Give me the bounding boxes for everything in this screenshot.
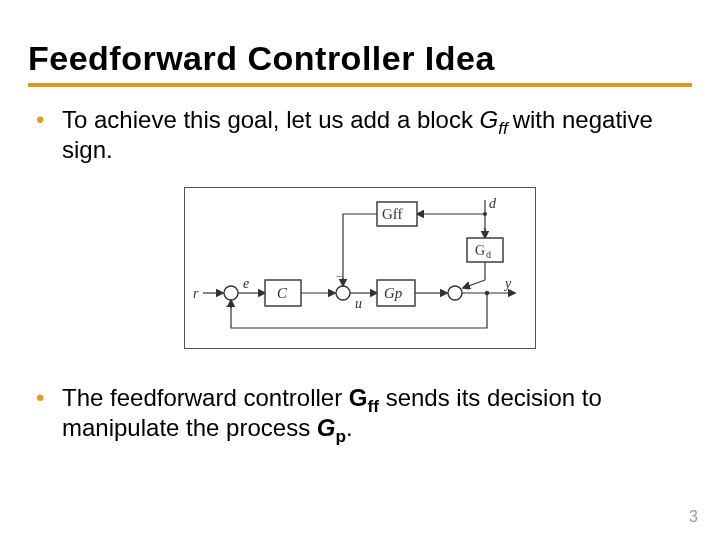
bullet2-gp-sub: p bbox=[335, 426, 346, 446]
label-r: r bbox=[193, 286, 199, 301]
bullet1-text-a: To achieve this goal, let us add a block bbox=[62, 106, 480, 133]
label-d: d bbox=[489, 196, 497, 211]
sum-u bbox=[336, 286, 350, 300]
minus-u: − bbox=[336, 269, 343, 283]
bullet1-gff-sub: ff bbox=[498, 118, 512, 138]
page-title: Feedforward Controller Idea bbox=[28, 40, 692, 77]
diagram-container: r − e C − u Gp bbox=[28, 187, 692, 349]
bullet1-gff: G bbox=[480, 106, 499, 133]
page-number: 3 bbox=[689, 508, 698, 526]
bullet2-text-c: . bbox=[346, 414, 353, 441]
bullet2-gp: G bbox=[317, 414, 336, 441]
slide: Feedforward Controller Idea To achieve t… bbox=[0, 0, 720, 540]
bullet-list-2: The feedforward controller Gff sends its… bbox=[28, 383, 692, 443]
diagram-svg: r − e C − u Gp bbox=[185, 188, 535, 348]
block-Gd-d: d bbox=[486, 249, 491, 260]
block-Gd-G: G bbox=[475, 243, 485, 258]
bullet2-gff-sub: ff bbox=[367, 396, 379, 416]
label-u: u bbox=[355, 296, 362, 311]
block-C-label: C bbox=[277, 285, 288, 301]
title-underline bbox=[28, 83, 692, 87]
block-Gff-label: Gff bbox=[382, 206, 403, 222]
bullet-1: To achieve this goal, let us add a block… bbox=[34, 105, 686, 165]
block-Gp-label: Gp bbox=[384, 285, 403, 301]
bullet-2: The feedforward controller Gff sends its… bbox=[34, 383, 686, 443]
label-y: y bbox=[503, 276, 512, 291]
sum-e bbox=[224, 286, 238, 300]
bullet2-text-a: The feedforward controller bbox=[62, 384, 349, 411]
sum-y bbox=[448, 286, 462, 300]
bullet2-gff: G bbox=[349, 384, 368, 411]
label-e: e bbox=[243, 276, 249, 291]
bullet-list: To achieve this goal, let us add a block… bbox=[28, 105, 692, 165]
svg-line-10 bbox=[463, 280, 485, 288]
block-diagram: r − e C − u Gp bbox=[184, 187, 536, 349]
